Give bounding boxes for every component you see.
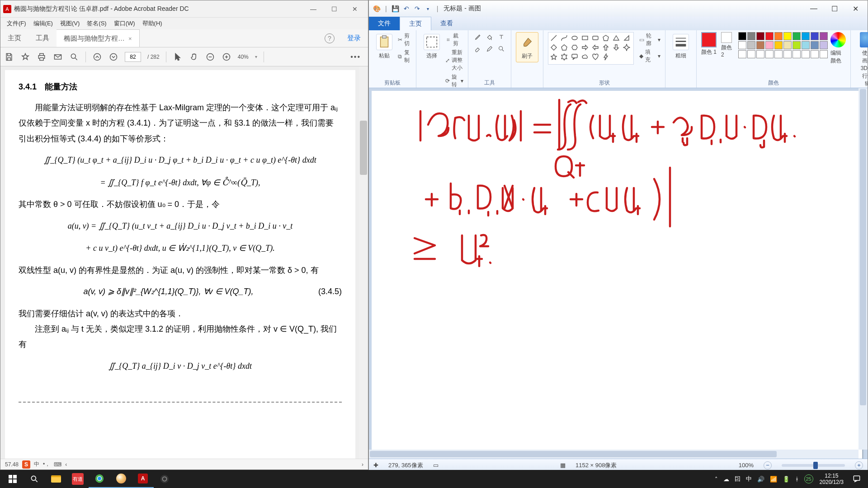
tab-tools[interactable]: 工具: [28, 29, 57, 47]
eraser-tool-icon[interactable]: [473, 44, 483, 54]
shape-diamond-icon[interactable]: [550, 44, 559, 52]
tab-document[interactable]: 椭圆与抛物型方程… ×: [57, 29, 140, 47]
menu-window[interactable]: 窗口(W): [110, 18, 139, 29]
shapes-gallery[interactable]: [548, 32, 634, 65]
tray-onedrive-icon[interactable]: ☁: [723, 476, 729, 483]
shape-heart-icon[interactable]: [592, 53, 601, 61]
page-up-icon[interactable]: [92, 52, 102, 62]
tray-ime-lang-icon[interactable]: 中: [746, 475, 752, 483]
palette-swatch[interactable]: [774, 50, 783, 58]
menu-sign[interactable]: 签名(S): [83, 18, 110, 29]
search-button[interactable]: [24, 470, 45, 488]
palette-swatch[interactable]: [811, 41, 819, 49]
shape-rtriangle-icon[interactable]: [623, 34, 632, 42]
pdf-page[interactable]: 3.4.1 能量方法 用能量方法证明弱解的存在性基于 Lax-Milgram 定…: [5, 70, 355, 459]
palette-swatch[interactable]: [738, 50, 746, 58]
palette-swatch[interactable]: [765, 50, 774, 58]
palette-swatch[interactable]: [811, 50, 819, 58]
taskbar-clock[interactable]: 12:15 2020/12/3: [816, 473, 847, 486]
palette-swatch[interactable]: [738, 41, 746, 49]
picker-tool-icon[interactable]: [485, 44, 495, 54]
palette-swatch[interactable]: [774, 41, 783, 49]
obs-icon[interactable]: [154, 470, 175, 488]
edit-colors-button[interactable]: 编辑颜色: [830, 32, 846, 65]
tab-file[interactable]: 文件: [369, 17, 400, 30]
qat-customize-icon[interactable]: ▾: [424, 5, 432, 13]
overflow-menu-icon[interactable]: •••: [350, 53, 361, 61]
palette-swatch[interactable]: [765, 32, 774, 40]
text-tool-icon[interactable]: [496, 32, 506, 42]
acrobat-taskbar-icon[interactable]: A: [132, 470, 154, 488]
palette-swatch[interactable]: [738, 32, 746, 40]
menu-help[interactable]: 帮助(H): [139, 18, 166, 29]
paint-close-button[interactable]: ✕: [845, 2, 866, 15]
palette-swatch[interactable]: [756, 32, 764, 40]
system-tray[interactable]: ˄ ☁ 囙 中 🔊 📶 🔋 ᚼ 25: [715, 474, 816, 483]
shape-callout-icon[interactable]: [571, 53, 580, 61]
palette-swatch[interactable]: [756, 41, 764, 49]
save-icon[interactable]: [4, 52, 14, 62]
palette-swatch[interactable]: [793, 32, 801, 40]
youdao-icon[interactable]: 有道: [67, 470, 89, 488]
tab-document-close-icon[interactable]: ×: [128, 35, 132, 42]
color-palette[interactable]: [738, 32, 828, 58]
palette-swatch[interactable]: [820, 32, 828, 40]
palette-swatch[interactable]: [793, 50, 801, 58]
qat-save-icon[interactable]: 💾: [392, 5, 400, 13]
ime-lang-label[interactable]: 中: [34, 460, 39, 468]
palette-swatch[interactable]: [793, 41, 801, 49]
tray-bluetooth-icon[interactable]: ᚼ: [795, 476, 799, 483]
tray-battery-icon[interactable]: 🔋: [783, 476, 790, 483]
paint-taskbar-icon[interactable]: [110, 470, 132, 488]
palette-swatch[interactable]: [765, 41, 774, 49]
shape-line-icon[interactable]: [550, 34, 559, 42]
ime-keyboard-icon[interactable]: ⌨: [54, 461, 61, 468]
palette-swatch[interactable]: [747, 41, 755, 49]
star-icon[interactable]: [20, 52, 30, 62]
crop-button[interactable]: ⌗裁剪: [445, 32, 463, 47]
shape-arrow-l-icon[interactable]: [592, 44, 601, 52]
tab-view[interactable]: 查看: [431, 17, 462, 30]
menu-view[interactable]: 视图(V): [57, 18, 83, 29]
tab-home-paint[interactable]: 主页: [400, 17, 431, 30]
page-number-input[interactable]: [125, 52, 141, 62]
action-center-icon[interactable]: [847, 470, 866, 488]
tray-ime-icon[interactable]: 囙: [735, 475, 741, 483]
tray-badge[interactable]: 25: [804, 474, 813, 483]
resize-button[interactable]: ⤢重新调整大小: [445, 49, 463, 72]
shape-polygon-icon[interactable]: [602, 34, 611, 42]
pointer-icon[interactable]: [173, 52, 183, 62]
shape-lightning-icon[interactable]: [602, 53, 611, 61]
adobe-maximize-button[interactable]: ☐: [324, 2, 344, 16]
mail-icon[interactable]: [53, 52, 63, 62]
paint-minimize-button[interactable]: —: [803, 2, 824, 15]
scroll-left-icon[interactable]: ‹: [65, 461, 67, 468]
explorer-icon[interactable]: [45, 470, 67, 488]
shape-star6-icon[interactable]: [561, 53, 570, 61]
adobe-vertical-scrollbar[interactable]: [359, 66, 368, 459]
scrollbar-thumb[interactable]: [360, 121, 367, 175]
color1-button[interactable]: 颜色 1: [701, 32, 717, 56]
tray-volume-icon[interactable]: 🔊: [757, 476, 764, 483]
palette-swatch[interactable]: [820, 41, 828, 49]
color2-button[interactable]: 颜色 2: [721, 32, 732, 58]
zoom-slider-knob[interactable]: [813, 462, 818, 469]
zoom-in-icon[interactable]: [222, 52, 231, 62]
magnifier-tool-icon[interactable]: [496, 44, 506, 54]
shape-oval-icon[interactable]: [571, 34, 580, 42]
paint-canvas[interactable]: [372, 91, 862, 459]
shape-arrow-d-icon[interactable]: [613, 44, 622, 52]
start-button[interactable]: [2, 470, 24, 488]
shape-cloud-icon[interactable]: [581, 53, 590, 61]
shape-triangle-icon[interactable]: [613, 34, 622, 42]
shape-roundrect-icon[interactable]: [592, 34, 601, 42]
thickness-button[interactable]: 粗细: [670, 32, 692, 61]
tray-network-icon[interactable]: 📶: [770, 476, 777, 483]
copy-button[interactable]: ⧉复制: [398, 49, 411, 64]
ime-punct-icon[interactable]: •，: [43, 460, 50, 468]
brush-button[interactable]: 刷子: [516, 32, 538, 62]
paint-horizontal-scrollbar[interactable]: [369, 450, 859, 459]
paste-button[interactable]: 粘贴: [373, 32, 395, 61]
login-link[interactable]: 登录: [340, 29, 368, 47]
palette-swatch[interactable]: [783, 32, 792, 40]
